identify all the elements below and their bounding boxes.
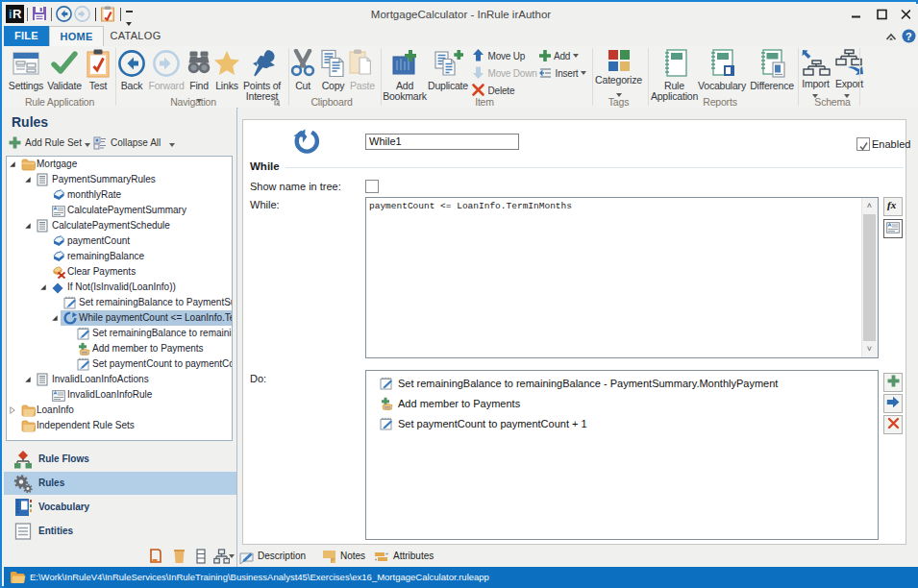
svg-text:fx: fx	[887, 199, 897, 210]
svg-text:?: ?	[906, 31, 912, 42]
svg-text:R: R	[12, 7, 22, 21]
